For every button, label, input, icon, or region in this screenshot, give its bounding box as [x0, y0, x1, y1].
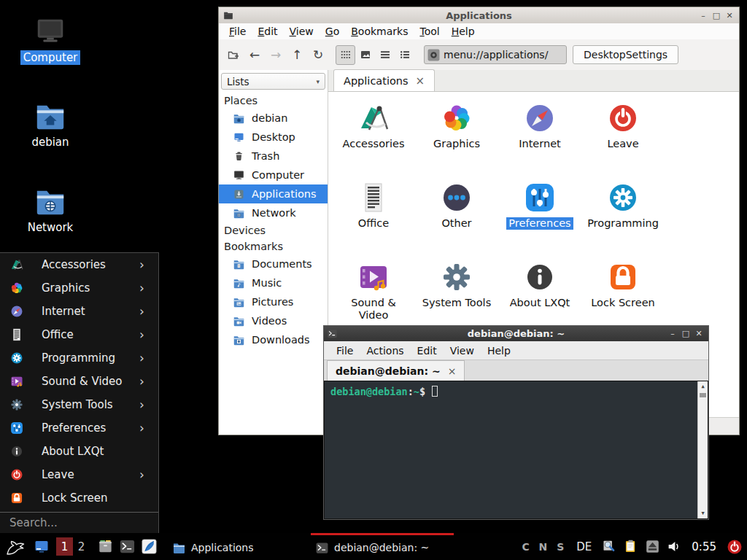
- menu-item-about-lxqt[interactable]: About LXQt: [0, 440, 158, 463]
- sidebar-item-videos[interactable]: Videos: [219, 311, 328, 330]
- workspace-pager: 1 2: [56, 537, 90, 556]
- menu-view[interactable]: View: [284, 26, 320, 37]
- removable-media-tray-icon[interactable]: [645, 539, 660, 554]
- app-accessories[interactable]: Accessories: [332, 101, 415, 180]
- menu-item-office[interactable]: Office ›: [0, 323, 158, 346]
- terminal-scrollbar[interactable]: ▲ ▼: [697, 381, 708, 518]
- menu-search-input[interactable]: [0, 516, 158, 529]
- close-button[interactable]: ✕: [723, 11, 736, 20]
- featherpad-launcher[interactable]: [141, 538, 158, 555]
- menu-item-system-tools[interactable]: System Tools ›: [0, 393, 158, 416]
- workspace-1-button[interactable]: 1: [56, 537, 73, 556]
- tab-close-icon[interactable]: ×: [448, 365, 457, 377]
- app-other[interactable]: Other: [415, 180, 498, 260]
- menu-item-programming[interactable]: Programming ›: [0, 346, 158, 370]
- menu-item-accessories[interactable]: Accessories ›: [0, 253, 158, 276]
- menu-tool[interactable]: Tool: [414, 26, 445, 37]
- file-manager-launcher[interactable]: [97, 538, 114, 555]
- internet-icon: [522, 101, 557, 136]
- sidebar-item-applications[interactable]: Applications: [219, 184, 328, 203]
- desktop-icon-computer[interactable]: Computer: [14, 15, 87, 65]
- fm-titlebar[interactable]: Applications – □ ✕: [219, 7, 739, 23]
- minimize-button[interactable]: –: [666, 329, 679, 338]
- scrollbar-thumb[interactable]: [700, 393, 706, 397]
- menu-item-preferences[interactable]: Preferences ›: [0, 416, 158, 440]
- up-button[interactable]: ↑: [287, 45, 306, 64]
- compact-view-button[interactable]: [395, 45, 414, 65]
- volume-tray-icon[interactable]: [667, 539, 682, 554]
- sidebar-mode-combobox[interactable]: Lists ▾: [221, 73, 325, 90]
- app-preferences[interactable]: Preferences: [498, 180, 581, 260]
- thumbnail-view-button[interactable]: [355, 45, 375, 65]
- sound-video-icon: [9, 374, 24, 389]
- workspace-2-button[interactable]: 2: [73, 537, 90, 556]
- menu-item-sound-video[interactable]: Sound & Video ›: [0, 370, 158, 393]
- desktop-icon-debian[interactable]: debian: [14, 99, 87, 149]
- menu-help[interactable]: Help: [481, 345, 517, 357]
- menu-item-graphics[interactable]: Graphics ›: [0, 276, 158, 300]
- menu-file[interactable]: File: [223, 26, 252, 37]
- sidebar-item-documents[interactable]: Documents: [219, 254, 328, 273]
- reload-button[interactable]: ↻: [309, 45, 328, 64]
- menu-edit[interactable]: Edit: [252, 26, 283, 37]
- terminal-titlebar[interactable]: debian@debian: ~ – □ ✕: [324, 326, 708, 341]
- sidebar-item-network[interactable]: Network: [219, 203, 328, 222]
- terminal-launcher[interactable]: [119, 538, 136, 555]
- maximize-button[interactable]: □: [710, 11, 723, 20]
- screenshot-tray-icon[interactable]: [601, 539, 616, 554]
- menu-help[interactable]: Help: [446, 26, 481, 37]
- back-button[interactable]: ←: [245, 45, 264, 64]
- system-tools-icon: [9, 397, 24, 412]
- menu-item-internet[interactable]: Internet ›: [0, 300, 158, 323]
- menu-item-leave[interactable]: Leave ›: [0, 463, 158, 486]
- menu-edit[interactable]: Edit: [411, 345, 444, 357]
- tab-applications[interactable]: Applications ×: [333, 69, 435, 91]
- maximize-button[interactable]: □: [679, 329, 692, 338]
- path-input[interactable]: [444, 49, 563, 61]
- sidebar-item-pictures[interactable]: Pictures: [219, 292, 328, 311]
- app-programming[interactable]: Programming: [581, 180, 665, 260]
- scroll-up-icon[interactable]: ▲: [701, 381, 704, 392]
- menu-actions[interactable]: Actions: [360, 345, 410, 357]
- new-tab-button[interactable]: [224, 45, 243, 64]
- clock[interactable]: 0:55: [692, 540, 716, 553]
- keyboard-indicator[interactable]: C N S: [522, 541, 567, 553]
- task-applications[interactable]: Applications: [168, 533, 311, 560]
- menu-bookmarks[interactable]: Bookmarks: [345, 26, 414, 37]
- scroll-down-icon[interactable]: ▼: [701, 508, 704, 518]
- keyboard-layout[interactable]: DE: [576, 540, 592, 553]
- close-button[interactable]: ✕: [692, 329, 705, 338]
- task-terminal[interactable]: debian@debian: ~: [311, 533, 454, 560]
- app-internet[interactable]: Internet: [498, 101, 581, 180]
- desktop-icon-network[interactable]: Network: [14, 184, 87, 235]
- menu-item-label: Programming: [42, 351, 139, 365]
- clipboard-tray-icon[interactable]: [623, 539, 638, 554]
- sidebar-item-desktop[interactable]: Desktop: [219, 128, 328, 147]
- address-bar: [424, 45, 567, 64]
- terminal-output[interactable]: debian@debian:~$ ▲ ▼: [324, 381, 708, 519]
- detailed-list-view-button[interactable]: [375, 45, 395, 65]
- app-graphics[interactable]: Graphics: [415, 101, 498, 180]
- show-desktop-button[interactable]: [33, 538, 50, 556]
- terminal-tab[interactable]: debian@debian: ~ ×: [327, 360, 465, 381]
- start-menu-button[interactable]: [4, 536, 26, 558]
- tab-close-icon[interactable]: ×: [416, 74, 425, 88]
- app-office[interactable]: Office: [332, 180, 415, 260]
- power-button[interactable]: [726, 538, 743, 556]
- menu-go[interactable]: Go: [320, 26, 345, 37]
- forward-button[interactable]: →: [266, 45, 285, 64]
- desktop-settings-button[interactable]: DesktopSettings: [573, 45, 678, 64]
- terminal-menubar: File Actions Edit View Help: [324, 341, 708, 359]
- sidebar-item-computer[interactable]: Computer: [219, 166, 328, 184]
- sidebar-item-music[interactable]: Music: [219, 273, 328, 292]
- documents-folder-icon: [233, 258, 245, 271]
- icon-view-button[interactable]: [336, 45, 355, 65]
- app-leave[interactable]: Leave: [581, 101, 665, 180]
- menu-item-lock-screen[interactable]: Lock Screen: [0, 486, 158, 510]
- menu-file[interactable]: File: [330, 345, 360, 357]
- sidebar-item-debian[interactable]: debian: [219, 109, 328, 128]
- minimize-button[interactable]: –: [697, 11, 710, 20]
- sidebar-item-trash[interactable]: Trash: [219, 147, 328, 166]
- sidebar-item-downloads[interactable]: Downloads: [219, 330, 328, 349]
- menu-view[interactable]: View: [444, 345, 481, 357]
